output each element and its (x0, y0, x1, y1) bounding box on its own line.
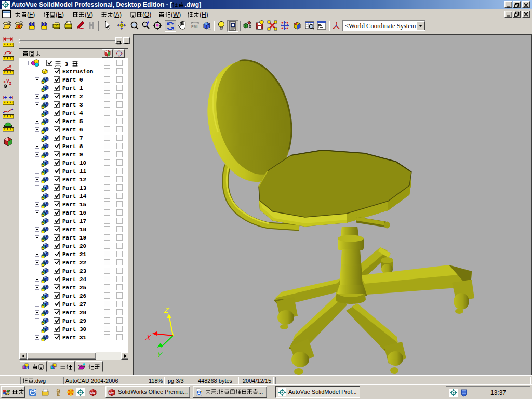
svg-text:SW: SW (109, 391, 114, 394)
svg-text:Z: Z (163, 306, 170, 314)
svg-text:X: X (144, 334, 153, 341)
svg-text:M: M (24, 364, 30, 370)
svg-text:x: x (3, 78, 6, 84)
svg-text:?: ? (55, 23, 58, 28)
svg-text:V: V (52, 364, 56, 370)
svg-text:θ: θ (9, 64, 11, 69)
svg-text:Y: Y (155, 351, 164, 359)
svg-text:PMI: PMI (191, 25, 198, 29)
svg-text:SW: SW (90, 391, 96, 394)
svg-text:z: z (9, 80, 12, 86)
